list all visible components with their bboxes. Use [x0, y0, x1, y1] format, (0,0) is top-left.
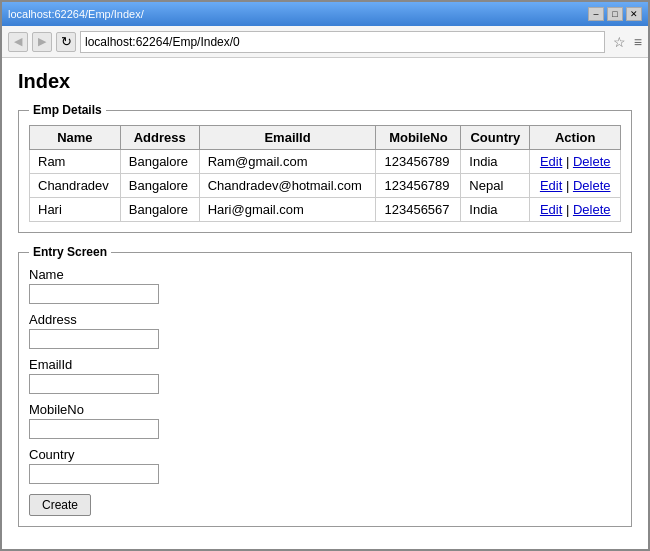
cell-email: Chandradev@hotmail.com	[199, 174, 376, 198]
cell-email: Hari@gmail.com	[199, 198, 376, 222]
delete-link-2[interactable]: Delete	[573, 202, 611, 217]
cell-mobile: 123456789	[376, 174, 461, 198]
form-input-mobileno[interactable]	[29, 419, 159, 439]
cell-mobile: 123456789	[376, 150, 461, 174]
cell-name: Chandradev	[30, 174, 121, 198]
cell-country: India	[461, 150, 530, 174]
address-bar[interactable]	[80, 31, 605, 53]
emp-details-section: Emp Details Name Address EmailId MobileN…	[18, 103, 632, 233]
col-emailid: EmailId	[199, 126, 376, 150]
minimize-button[interactable]: –	[588, 7, 604, 21]
table-row: Hari Bangalore Hari@gmail.com 123456567 …	[30, 198, 621, 222]
cell-address: Bangalore	[120, 174, 199, 198]
col-address: Address	[120, 126, 199, 150]
close-button[interactable]: ✕	[626, 7, 642, 21]
action-separator: |	[566, 202, 573, 217]
forward-button[interactable]: ▶	[32, 32, 52, 52]
cell-name: Ram	[30, 150, 121, 174]
emp-table: Name Address EmailId MobileNo Country Ac…	[29, 125, 621, 222]
entry-screen-legend: Entry Screen	[29, 245, 111, 259]
page-title: Index	[18, 70, 632, 93]
entry-screen-section: Entry Screen NameAddressEmailIdMobileNoC…	[18, 245, 632, 527]
entry-form: NameAddressEmailIdMobileNoCountry	[29, 267, 621, 484]
col-name: Name	[30, 126, 121, 150]
back-button[interactable]: ◀	[8, 32, 28, 52]
title-bar-text: localhost:62264/Emp/Index/	[8, 8, 582, 20]
form-label-address: Address	[29, 312, 621, 327]
col-country: Country	[461, 126, 530, 150]
cell-country: India	[461, 198, 530, 222]
delete-link-0[interactable]: Delete	[573, 154, 611, 169]
form-label-country: Country	[29, 447, 621, 462]
delete-link-1[interactable]: Delete	[573, 178, 611, 193]
cell-email: Ram@gmail.com	[199, 150, 376, 174]
form-label-mobileno: MobileNo	[29, 402, 621, 417]
cell-address: Bangalore	[120, 150, 199, 174]
maximize-button[interactable]: □	[607, 7, 623, 21]
action-separator: |	[566, 154, 573, 169]
title-bar-buttons: – □ ✕	[588, 7, 642, 21]
cell-action: Edit | Delete	[530, 174, 621, 198]
refresh-button[interactable]: ↻	[56, 32, 76, 52]
nav-bar: ◀ ▶ ↻ ☆ ≡	[2, 26, 648, 58]
action-separator: |	[566, 178, 573, 193]
col-action: Action	[530, 126, 621, 150]
cell-country: Nepal	[461, 174, 530, 198]
menu-icon[interactable]: ≡	[634, 34, 642, 50]
title-bar: localhost:62264/Emp/Index/ – □ ✕	[2, 2, 648, 26]
browser-window: localhost:62264/Emp/Index/ – □ ✕ ◀ ▶ ↻ ☆…	[0, 0, 650, 551]
form-input-country[interactable]	[29, 464, 159, 484]
table-row: Ram Bangalore Ram@gmail.com 123456789 In…	[30, 150, 621, 174]
create-button[interactable]: Create	[29, 494, 91, 516]
table-header-row: Name Address EmailId MobileNo Country Ac…	[30, 126, 621, 150]
bookmark-icon[interactable]: ☆	[613, 34, 626, 50]
emp-details-legend: Emp Details	[29, 103, 106, 117]
col-mobileno: MobileNo	[376, 126, 461, 150]
edit-link-1[interactable]: Edit	[540, 178, 562, 193]
form-label-name: Name	[29, 267, 621, 282]
form-input-address[interactable]	[29, 329, 159, 349]
browser-content: Index Emp Details Name Address EmailId M…	[2, 58, 648, 549]
form-input-emailid[interactable]	[29, 374, 159, 394]
cell-name: Hari	[30, 198, 121, 222]
edit-link-2[interactable]: Edit	[540, 202, 562, 217]
cell-action: Edit | Delete	[530, 150, 621, 174]
form-input-name[interactable]	[29, 284, 159, 304]
edit-link-0[interactable]: Edit	[540, 154, 562, 169]
table-row: Chandradev Bangalore Chandradev@hotmail.…	[30, 174, 621, 198]
cell-address: Bangalore	[120, 198, 199, 222]
cell-mobile: 123456567	[376, 198, 461, 222]
form-label-emailid: EmailId	[29, 357, 621, 372]
cell-action: Edit | Delete	[530, 198, 621, 222]
